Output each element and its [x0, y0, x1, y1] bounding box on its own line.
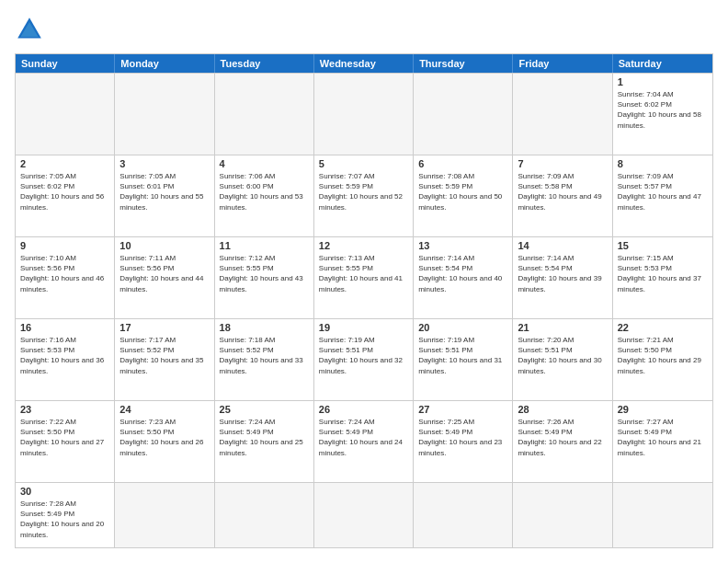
- sun-info: Sunrise: 7:22 AM Sunset: 5:50 PM Dayligh…: [20, 417, 109, 458]
- day-number: 9: [20, 240, 109, 251]
- cal-row-4: 23Sunrise: 7:22 AM Sunset: 5:50 PM Dayli…: [16, 400, 712, 482]
- cal-cell: 7Sunrise: 7:09 AM Sunset: 5:58 PM Daylig…: [513, 155, 612, 236]
- sun-info: Sunrise: 7:14 AM Sunset: 5:54 PM Dayligh…: [518, 253, 607, 294]
- cal-cell: 5Sunrise: 7:07 AM Sunset: 5:59 PM Daylig…: [314, 155, 414, 236]
- sun-info: Sunrise: 7:13 AM Sunset: 5:55 PM Dayligh…: [319, 253, 408, 294]
- sun-info: Sunrise: 7:18 AM Sunset: 5:52 PM Dayligh…: [220, 335, 309, 376]
- sun-info: Sunrise: 7:16 AM Sunset: 5:53 PM Dayligh…: [20, 335, 109, 376]
- cal-cell: [513, 483, 612, 547]
- day-number: 24: [119, 404, 209, 415]
- cal-cell: 25Sunrise: 7:24 AM Sunset: 5:49 PM Dayli…: [215, 401, 314, 482]
- day-number: 1: [618, 76, 708, 87]
- cal-row-0: 1Sunrise: 7:04 AM Sunset: 6:02 PM Daylig…: [16, 73, 712, 155]
- calendar-header-row: SundayMondayTuesdayWednesdayThursdayFrid…: [16, 54, 712, 73]
- cal-cell: 28Sunrise: 7:26 AM Sunset: 5:49 PM Dayli…: [513, 401, 612, 482]
- cal-cell: 27Sunrise: 7:25 AM Sunset: 5:49 PM Dayli…: [414, 401, 513, 482]
- cal-cell: 13Sunrise: 7:14 AM Sunset: 5:54 PM Dayli…: [414, 237, 513, 318]
- cal-cell: [115, 74, 214, 155]
- cal-cell: 18Sunrise: 7:18 AM Sunset: 5:52 PM Dayli…: [215, 319, 314, 400]
- sun-info: Sunrise: 7:06 AM Sunset: 6:00 PM Dayligh…: [220, 171, 309, 213]
- cal-cell: 16Sunrise: 7:16 AM Sunset: 5:53 PM Dayli…: [16, 319, 115, 400]
- day-number: 28: [518, 404, 607, 415]
- sun-info: Sunrise: 7:26 AM Sunset: 5:49 PM Dayligh…: [518, 417, 607, 458]
- cal-header-tuesday: Tuesday: [215, 54, 314, 73]
- day-number: 20: [418, 322, 507, 333]
- day-number: 21: [518, 322, 607, 333]
- calendar-page: SundayMondayTuesdayWednesdayThursdayFrid…: [0, 0, 728, 563]
- cal-cell: 12Sunrise: 7:13 AM Sunset: 5:55 PM Dayli…: [314, 237, 414, 318]
- cal-cell: [314, 74, 414, 155]
- day-number: 3: [119, 158, 209, 169]
- sun-info: Sunrise: 7:19 AM Sunset: 5:51 PM Dayligh…: [418, 335, 507, 376]
- day-number: 27: [418, 404, 507, 415]
- sun-info: Sunrise: 7:14 AM Sunset: 5:54 PM Dayligh…: [418, 253, 507, 294]
- cal-cell: 21Sunrise: 7:20 AM Sunset: 5:51 PM Dayli…: [513, 319, 612, 400]
- sun-info: Sunrise: 7:23 AM Sunset: 5:50 PM Dayligh…: [119, 417, 209, 458]
- day-number: 2: [20, 158, 109, 169]
- cal-cell: 20Sunrise: 7:19 AM Sunset: 5:51 PM Dayli…: [414, 319, 513, 400]
- sun-info: Sunrise: 7:28 AM Sunset: 5:49 PM Dayligh…: [20, 499, 109, 540]
- day-number: 26: [319, 404, 408, 415]
- day-number: 15: [618, 240, 708, 251]
- day-number: 7: [518, 158, 607, 169]
- calendar: SundayMondayTuesdayWednesdayThursdayFrid…: [15, 53, 713, 548]
- cal-cell: 4Sunrise: 7:06 AM Sunset: 6:00 PM Daylig…: [215, 155, 314, 236]
- cal-cell: 17Sunrise: 7:17 AM Sunset: 5:52 PM Dayli…: [115, 319, 214, 400]
- sun-info: Sunrise: 7:17 AM Sunset: 5:52 PM Dayligh…: [119, 335, 209, 376]
- sun-info: Sunrise: 7:05 AM Sunset: 6:01 PM Dayligh…: [119, 171, 209, 213]
- cal-cell: [513, 74, 612, 155]
- cal-cell: [115, 483, 214, 547]
- cal-cell: 30Sunrise: 7:28 AM Sunset: 5:49 PM Dayli…: [16, 483, 115, 547]
- cal-cell: 2Sunrise: 7:05 AM Sunset: 6:02 PM Daylig…: [16, 155, 115, 236]
- day-number: 23: [20, 404, 109, 415]
- cal-cell: 23Sunrise: 7:22 AM Sunset: 5:50 PM Dayli…: [16, 401, 115, 482]
- day-number: 19: [319, 322, 408, 333]
- cal-cell: 22Sunrise: 7:21 AM Sunset: 5:50 PM Dayli…: [613, 319, 712, 400]
- cal-cell: 9Sunrise: 7:10 AM Sunset: 5:56 PM Daylig…: [16, 237, 115, 318]
- cal-cell: 10Sunrise: 7:11 AM Sunset: 5:56 PM Dayli…: [115, 237, 214, 318]
- sun-info: Sunrise: 7:07 AM Sunset: 5:59 PM Dayligh…: [319, 171, 408, 213]
- cal-cell: 15Sunrise: 7:15 AM Sunset: 5:53 PM Dayli…: [613, 237, 712, 318]
- cal-row-1: 2Sunrise: 7:05 AM Sunset: 6:02 PM Daylig…: [16, 155, 712, 236]
- day-number: 16: [20, 322, 109, 333]
- cal-cell: [414, 483, 513, 547]
- cal-cell: [16, 74, 115, 155]
- day-number: 22: [618, 322, 708, 333]
- day-number: 10: [119, 240, 209, 251]
- sun-info: Sunrise: 7:04 AM Sunset: 6:02 PM Dayligh…: [618, 89, 708, 131]
- cal-header-friday: Friday: [513, 54, 612, 73]
- cal-cell: 1Sunrise: 7:04 AM Sunset: 6:02 PM Daylig…: [613, 74, 712, 155]
- sun-info: Sunrise: 7:10 AM Sunset: 5:56 PM Dayligh…: [20, 253, 109, 294]
- cal-cell: 19Sunrise: 7:19 AM Sunset: 5:51 PM Dayli…: [314, 319, 414, 400]
- sun-info: Sunrise: 7:25 AM Sunset: 5:49 PM Dayligh…: [418, 417, 507, 458]
- sun-info: Sunrise: 7:09 AM Sunset: 5:58 PM Dayligh…: [518, 171, 607, 213]
- sun-info: Sunrise: 7:05 AM Sunset: 6:02 PM Dayligh…: [20, 171, 109, 213]
- cal-header-sunday: Sunday: [16, 54, 115, 73]
- cal-cell: 29Sunrise: 7:27 AM Sunset: 5:49 PM Dayli…: [613, 401, 712, 482]
- logo: [15, 15, 48, 44]
- sun-info: Sunrise: 7:20 AM Sunset: 5:51 PM Dayligh…: [518, 335, 607, 376]
- sun-info: Sunrise: 7:12 AM Sunset: 5:55 PM Dayligh…: [220, 253, 309, 294]
- day-number: 6: [418, 158, 507, 169]
- cal-cell: 24Sunrise: 7:23 AM Sunset: 5:50 PM Dayli…: [115, 401, 214, 482]
- header: [15, 15, 713, 44]
- cal-row-3: 16Sunrise: 7:16 AM Sunset: 5:53 PM Dayli…: [16, 318, 712, 400]
- sun-info: Sunrise: 7:27 AM Sunset: 5:49 PM Dayligh…: [618, 417, 708, 458]
- day-number: 13: [418, 240, 507, 251]
- sun-info: Sunrise: 7:15 AM Sunset: 5:53 PM Dayligh…: [618, 253, 708, 294]
- sun-info: Sunrise: 7:19 AM Sunset: 5:51 PM Dayligh…: [319, 335, 408, 376]
- cal-cell: [613, 483, 712, 547]
- sun-info: Sunrise: 7:24 AM Sunset: 5:49 PM Dayligh…: [319, 417, 408, 458]
- day-number: 4: [220, 158, 309, 169]
- calendar-body: 1Sunrise: 7:04 AM Sunset: 6:02 PM Daylig…: [16, 73, 712, 547]
- cal-cell: 3Sunrise: 7:05 AM Sunset: 6:01 PM Daylig…: [115, 155, 214, 236]
- day-number: 29: [618, 404, 708, 415]
- cal-row-5: 30Sunrise: 7:28 AM Sunset: 5:49 PM Dayli…: [16, 482, 712, 547]
- cal-cell: 8Sunrise: 7:09 AM Sunset: 5:57 PM Daylig…: [613, 155, 712, 236]
- cal-cell: [215, 483, 314, 547]
- sun-info: Sunrise: 7:08 AM Sunset: 5:59 PM Dayligh…: [418, 171, 507, 213]
- day-number: 17: [119, 322, 209, 333]
- sun-info: Sunrise: 7:11 AM Sunset: 5:56 PM Dayligh…: [119, 253, 209, 294]
- sun-info: Sunrise: 7:24 AM Sunset: 5:49 PM Dayligh…: [220, 417, 309, 458]
- cal-header-monday: Monday: [115, 54, 214, 73]
